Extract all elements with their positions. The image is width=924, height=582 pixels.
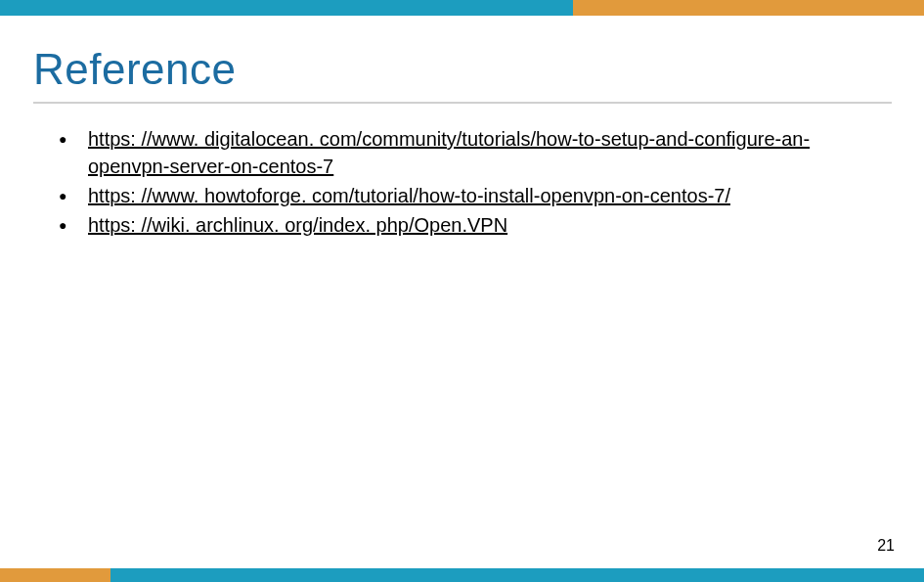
content-area: https: //www. digitalocean. com/communit… — [59, 125, 870, 241]
bottom-accent-bar — [0, 568, 924, 582]
page-number: 21 — [877, 537, 895, 555]
list-item: https: //wiki. archlinux. org/index. php… — [59, 211, 870, 239]
top-bar-orange — [573, 0, 924, 16]
top-accent-bar — [0, 0, 924, 16]
top-bar-teal — [0, 0, 573, 16]
list-item: https: //www. digitalocean. com/communit… — [59, 125, 870, 180]
list-item: https: //www. howtoforge. com/tutorial/h… — [59, 182, 870, 209]
slide-title: Reference — [33, 45, 237, 94]
slide: Reference https: //www. digitalocean. co… — [0, 0, 924, 582]
reference-link[interactable]: https: //www. howtoforge. com/tutorial/h… — [88, 185, 730, 206]
title-underline — [33, 102, 892, 104]
reference-list: https: //www. digitalocean. com/communit… — [59, 125, 870, 239]
bottom-bar-teal — [110, 568, 924, 582]
reference-link[interactable]: https: //www. digitalocean. com/communit… — [88, 128, 810, 177]
reference-link[interactable]: https: //wiki. archlinux. org/index. php… — [88, 214, 507, 236]
bottom-bar-orange — [0, 568, 110, 582]
